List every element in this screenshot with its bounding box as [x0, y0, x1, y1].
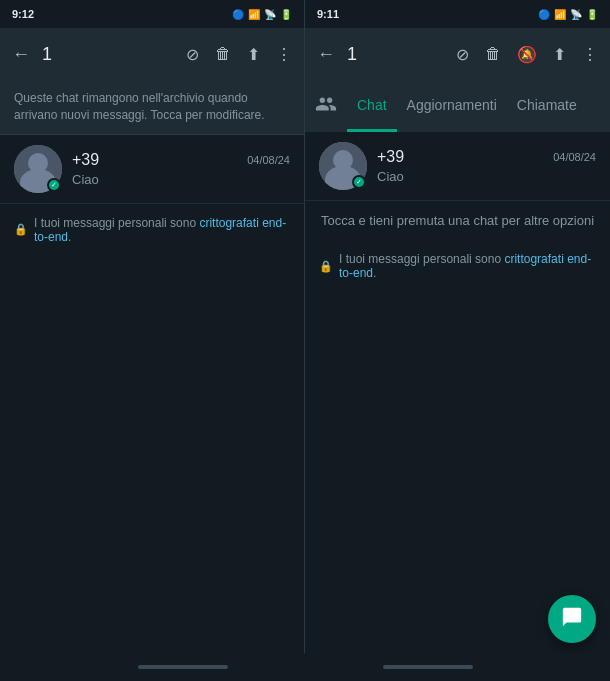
bottom-nav-pill-left	[138, 665, 228, 669]
tab-aggiornamenti[interactable]: Aggiornamenti	[397, 80, 507, 132]
right-panel: 9:11 🔵 📶 📡 🔋 ← 1 ⊘ 🗑 🔕 ⬆ ⋮ Chat	[305, 0, 610, 681]
bluetooth-icon: 🔵	[232, 9, 244, 20]
right-status-icons: 🔵 📶 📡 🔋	[538, 9, 598, 20]
left-chat-name-row: +39 04/08/24	[72, 151, 290, 169]
left-encryption-note: 🔒 I tuoi messaggi personali sono crittog…	[0, 204, 304, 256]
compose-icon	[561, 606, 583, 633]
left-lock-icon: 🔒	[14, 223, 28, 236]
block-button-right[interactable]: ⊘	[452, 41, 473, 68]
right-actions: ⊘ 🗑 🔕 ⬆ ⋮	[452, 41, 602, 68]
right-chat-name-row: +39 04/08/24	[377, 148, 596, 166]
right-signal-icon: 📶	[554, 9, 566, 20]
tabs-bar: Chat Aggiornamenti Chiamate	[305, 80, 610, 132]
left-status-bar: 9:12 🔵 📶 📡 🔋	[0, 0, 304, 28]
left-chat-preview: Ciao	[72, 172, 290, 187]
tab-chiamate[interactable]: Chiamate	[507, 80, 587, 132]
hold-hint: Tocca e tieni premuta una chat per altre…	[305, 201, 610, 240]
left-encryption-text: I tuoi messaggi personali sono crittogra…	[34, 216, 290, 244]
right-panel-content	[305, 292, 610, 681]
more-button-left[interactable]: ⋮	[272, 41, 296, 68]
left-chat-name: +39	[72, 151, 99, 169]
right-chat-info: +39 04/08/24 Ciao	[377, 148, 596, 184]
right-wifi-icon: 📡	[570, 9, 582, 20]
right-online-check-icon: ✓	[356, 178, 362, 186]
right-bluetooth-icon: 🔵	[538, 9, 550, 20]
back-button-right[interactable]: ←	[313, 40, 339, 69]
right-encryption-note: 🔒 I tuoi messaggi personali sono crittog…	[305, 240, 610, 292]
left-top-bar: ← 1 ⊘ 🗑 ⬆ ⋮	[0, 28, 304, 80]
tab-chat[interactable]: Chat	[347, 80, 397, 132]
left-chat-item[interactable]: ✓ +39 04/08/24 Ciao	[0, 135, 304, 204]
archive-banner[interactable]: Queste chat rimangono nell'archivio quan…	[0, 80, 304, 135]
block-button-left[interactable]: ⊘	[182, 41, 203, 68]
save-button-left[interactable]: ⬆	[243, 41, 264, 68]
right-avatar-container: ✓	[319, 142, 367, 190]
right-lock-icon: 🔒	[319, 260, 333, 273]
right-online-badge: ✓	[352, 175, 366, 189]
right-chat-name: +39	[377, 148, 404, 166]
right-chat-item[interactable]: ✓ +39 04/08/24 Ciao	[305, 132, 610, 201]
mute-button-right[interactable]: 🔕	[513, 41, 541, 68]
delete-button-left[interactable]: 🗑	[211, 41, 235, 67]
left-panel: 9:12 🔵 📶 📡 🔋 ← 1 ⊘ 🗑 ⬆ ⋮ Queste chat rim…	[0, 0, 305, 681]
left-online-badge: ✓	[47, 178, 61, 192]
signal-icon: 📶	[248, 9, 260, 20]
right-chat-preview: Ciao	[377, 169, 596, 184]
right-time: 9:11	[317, 8, 339, 20]
save-button-right[interactable]: ⬆	[549, 41, 570, 68]
right-battery-icon: 🔋	[586, 9, 598, 20]
right-status-bar: 9:11 🔵 📶 📡 🔋	[305, 0, 610, 28]
right-encryption-text: I tuoi messaggi personali sono crittogra…	[339, 252, 596, 280]
bottom-nav	[0, 653, 610, 681]
archive-banner-text: Queste chat rimangono nell'archivio quan…	[14, 91, 265, 122]
more-button-right[interactable]: ⋮	[578, 41, 602, 68]
left-actions: ⊘ 🗑 ⬆ ⋮	[182, 41, 296, 68]
left-status-icons: 🔵 📶 📡 🔋	[232, 9, 292, 20]
right-title: 1	[347, 44, 444, 65]
delete-button-right[interactable]: 🗑	[481, 41, 505, 67]
battery-icon: 🔋	[280, 9, 292, 20]
left-time: 9:12	[12, 8, 34, 20]
tab-community-icon[interactable]	[305, 85, 347, 128]
left-chat-date: 04/08/24	[247, 154, 290, 166]
left-online-check-icon: ✓	[51, 181, 57, 189]
right-top-bar: ← 1 ⊘ 🗑 🔕 ⬆ ⋮	[305, 28, 610, 80]
right-chat-date: 04/08/24	[553, 151, 596, 163]
left-avatar-container: ✓	[14, 145, 62, 193]
left-chat-info: +39 04/08/24 Ciao	[72, 151, 290, 187]
back-button-left[interactable]: ←	[8, 40, 34, 69]
hold-hint-text: Tocca e tieni premuta una chat per altre…	[321, 213, 594, 228]
bottom-nav-pill-right	[383, 665, 473, 669]
left-title: 1	[42, 44, 174, 65]
wifi-icon: 📡	[264, 9, 276, 20]
compose-fab[interactable]	[548, 595, 596, 643]
